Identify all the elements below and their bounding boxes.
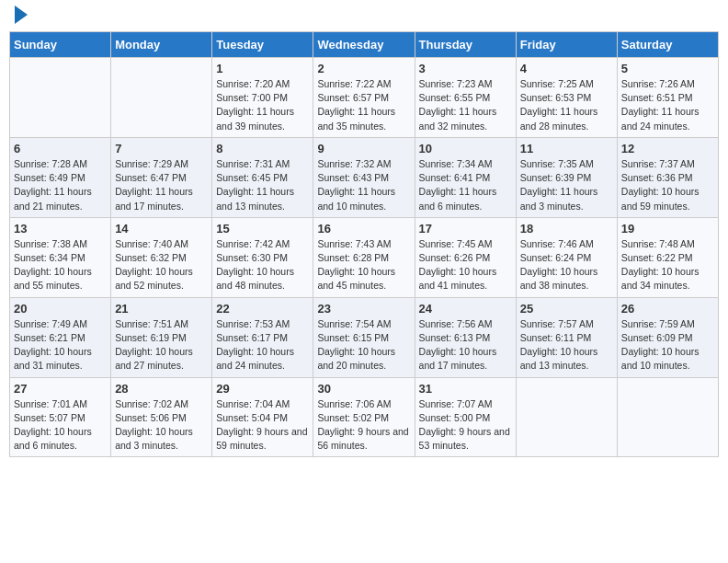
day-number: 22 — [216, 302, 309, 316]
day-number: 10 — [419, 142, 512, 155]
day-info: Sunrise: 7:42 AMSunset: 6:30 PMDaylight:… — [216, 237, 309, 293]
calendar-cell: 27Sunrise: 7:01 AMSunset: 5:07 PMDayligh… — [10, 377, 111, 457]
calendar-cell: 22Sunrise: 7:53 AMSunset: 6:17 PMDayligh… — [212, 297, 313, 377]
calendar-cell: 14Sunrise: 7:40 AMSunset: 6:32 PMDayligh… — [111, 217, 212, 297]
logo-arrow-icon — [15, 6, 28, 24]
calendar-week-row: 6Sunrise: 7:28 AMSunset: 6:49 PMDaylight… — [10, 137, 719, 217]
day-info: Sunrise: 7:56 AMSunset: 6:13 PMDaylight:… — [419, 317, 512, 373]
calendar-cell: 19Sunrise: 7:48 AMSunset: 6:22 PMDayligh… — [617, 217, 718, 297]
day-info: Sunrise: 7:31 AMSunset: 6:45 PMDaylight:… — [216, 157, 309, 213]
day-number: 26 — [621, 302, 714, 316]
calendar-cell: 11Sunrise: 7:35 AMSunset: 6:39 PMDayligh… — [516, 137, 617, 217]
calendar-cell: 5Sunrise: 7:26 AMSunset: 6:51 PMDaylight… — [617, 58, 718, 138]
day-info: Sunrise: 7:43 AMSunset: 6:28 PMDaylight:… — [317, 237, 410, 293]
day-number: 31 — [419, 382, 512, 396]
column-header-sunday: Sunday — [10, 32, 111, 58]
day-number: 25 — [520, 302, 613, 316]
day-info: Sunrise: 7:38 AMSunset: 6:34 PMDaylight:… — [14, 237, 107, 293]
day-number: 21 — [115, 302, 208, 316]
day-number: 28 — [115, 382, 208, 396]
calendar-cell: 16Sunrise: 7:43 AMSunset: 6:28 PMDayligh… — [313, 217, 415, 297]
day-number: 19 — [621, 222, 714, 236]
day-number: 24 — [419, 302, 512, 316]
day-info: Sunrise: 7:29 AMSunset: 6:47 PMDaylight:… — [115, 157, 208, 213]
day-info: Sunrise: 7:07 AMSunset: 5:00 PMDaylight:… — [419, 397, 512, 454]
day-info: Sunrise: 7:59 AMSunset: 6:09 PMDaylight:… — [621, 317, 714, 373]
calendar-cell: 31Sunrise: 7:07 AMSunset: 5:00 PMDayligh… — [415, 377, 516, 457]
day-info: Sunrise: 7:01 AMSunset: 5:07 PMDaylight:… — [14, 397, 107, 454]
calendar-cell: 25Sunrise: 7:57 AMSunset: 6:11 PMDayligh… — [516, 297, 617, 377]
day-number: 9 — [317, 142, 410, 155]
day-info: Sunrise: 7:06 AMSunset: 5:02 PMDaylight:… — [317, 397, 410, 454]
calendar-table: SundayMondayTuesdayWednesdayThursdayFrid… — [9, 31, 719, 457]
day-number: 27 — [14, 382, 107, 396]
calendar-cell: 20Sunrise: 7:49 AMSunset: 6:21 PMDayligh… — [10, 297, 111, 377]
page-header — [9, 9, 719, 24]
day-info: Sunrise: 7:49 AMSunset: 6:21 PMDaylight:… — [14, 317, 107, 373]
calendar-cell: 12Sunrise: 7:37 AMSunset: 6:36 PMDayligh… — [617, 137, 718, 217]
day-info: Sunrise: 7:32 AMSunset: 6:43 PMDaylight:… — [317, 157, 410, 213]
day-number: 4 — [520, 62, 613, 75]
day-info: Sunrise: 7:46 AMSunset: 6:24 PMDaylight:… — [520, 237, 613, 293]
day-number: 18 — [520, 222, 613, 236]
day-number: 17 — [419, 222, 512, 236]
calendar-cell: 8Sunrise: 7:31 AMSunset: 6:45 PMDaylight… — [212, 137, 313, 217]
day-number: 8 — [216, 142, 309, 155]
calendar-week-row: 27Sunrise: 7:01 AMSunset: 5:07 PMDayligh… — [10, 377, 719, 457]
calendar-cell: 1Sunrise: 7:20 AMSunset: 7:00 PMDaylight… — [212, 58, 313, 138]
day-info: Sunrise: 7:34 AMSunset: 6:41 PMDaylight:… — [419, 157, 512, 213]
calendar-cell: 13Sunrise: 7:38 AMSunset: 6:34 PMDayligh… — [10, 217, 111, 297]
day-info: Sunrise: 7:28 AMSunset: 6:49 PMDaylight:… — [14, 157, 107, 213]
calendar-cell: 30Sunrise: 7:06 AMSunset: 5:02 PMDayligh… — [313, 377, 415, 457]
column-header-thursday: Thursday — [415, 32, 516, 58]
calendar-week-row: 13Sunrise: 7:38 AMSunset: 6:34 PMDayligh… — [10, 217, 719, 297]
calendar-cell: 15Sunrise: 7:42 AMSunset: 6:30 PMDayligh… — [212, 217, 313, 297]
day-number: 13 — [14, 222, 107, 236]
day-number: 2 — [317, 62, 410, 75]
calendar-cell: 17Sunrise: 7:45 AMSunset: 6:26 PMDayligh… — [415, 217, 516, 297]
column-header-wednesday: Wednesday — [313, 32, 415, 58]
calendar-cell: 10Sunrise: 7:34 AMSunset: 6:41 PMDayligh… — [415, 137, 516, 217]
day-number: 29 — [216, 382, 309, 396]
calendar-week-row: 1Sunrise: 7:20 AMSunset: 7:00 PMDaylight… — [10, 58, 719, 138]
calendar-cell: 3Sunrise: 7:23 AMSunset: 6:55 PMDaylight… — [415, 58, 516, 138]
day-number: 1 — [216, 62, 309, 75]
day-number: 14 — [115, 222, 208, 236]
calendar-cell: 6Sunrise: 7:28 AMSunset: 6:49 PMDaylight… — [10, 137, 111, 217]
calendar-cell: 4Sunrise: 7:25 AMSunset: 6:53 PMDaylight… — [516, 58, 617, 138]
day-info: Sunrise: 7:37 AMSunset: 6:36 PMDaylight:… — [621, 157, 714, 213]
day-info: Sunrise: 7:53 AMSunset: 6:17 PMDaylight:… — [216, 317, 309, 373]
calendar-cell: 2Sunrise: 7:22 AMSunset: 6:57 PMDaylight… — [313, 58, 415, 138]
day-number: 5 — [621, 62, 714, 75]
calendar-cell: 21Sunrise: 7:51 AMSunset: 6:19 PMDayligh… — [111, 297, 212, 377]
day-number: 23 — [317, 302, 410, 316]
column-header-saturday: Saturday — [617, 32, 718, 58]
day-info: Sunrise: 7:20 AMSunset: 7:00 PMDaylight:… — [216, 77, 309, 133]
day-info: Sunrise: 7:40 AMSunset: 6:32 PMDaylight:… — [115, 237, 208, 293]
day-info: Sunrise: 7:22 AMSunset: 6:57 PMDaylight:… — [317, 77, 410, 133]
calendar-cell: 26Sunrise: 7:59 AMSunset: 6:09 PMDayligh… — [617, 297, 718, 377]
day-number: 11 — [520, 142, 613, 155]
day-info: Sunrise: 7:35 AMSunset: 6:39 PMDaylight:… — [520, 157, 613, 213]
calendar-cell: 24Sunrise: 7:56 AMSunset: 6:13 PMDayligh… — [415, 297, 516, 377]
day-number: 3 — [419, 62, 512, 75]
day-info: Sunrise: 7:48 AMSunset: 6:22 PMDaylight:… — [621, 237, 714, 293]
day-number: 12 — [621, 142, 714, 155]
calendar-cell: 28Sunrise: 7:02 AMSunset: 5:06 PMDayligh… — [111, 377, 212, 457]
calendar-cell: 18Sunrise: 7:46 AMSunset: 6:24 PMDayligh… — [516, 217, 617, 297]
day-info: Sunrise: 7:57 AMSunset: 6:11 PMDaylight:… — [520, 317, 613, 373]
day-info: Sunrise: 7:54 AMSunset: 6:15 PMDaylight:… — [317, 317, 410, 373]
day-number: 16 — [317, 222, 410, 236]
day-info: Sunrise: 7:25 AMSunset: 6:53 PMDaylight:… — [520, 77, 613, 133]
day-info: Sunrise: 7:26 AMSunset: 6:51 PMDaylight:… — [621, 77, 714, 133]
calendar-header-row: SundayMondayTuesdayWednesdayThursdayFrid… — [10, 32, 719, 58]
day-number: 7 — [115, 142, 208, 155]
day-info: Sunrise: 7:04 AMSunset: 5:04 PMDaylight:… — [216, 397, 309, 454]
calendar-week-row: 20Sunrise: 7:49 AMSunset: 6:21 PMDayligh… — [10, 297, 719, 377]
day-number: 30 — [317, 382, 410, 396]
calendar-cell — [516, 377, 617, 457]
day-number: 15 — [216, 222, 309, 236]
calendar-cell: 7Sunrise: 7:29 AMSunset: 6:47 PMDaylight… — [111, 137, 212, 217]
calendar-cell — [617, 377, 718, 457]
column-header-tuesday: Tuesday — [212, 32, 313, 58]
